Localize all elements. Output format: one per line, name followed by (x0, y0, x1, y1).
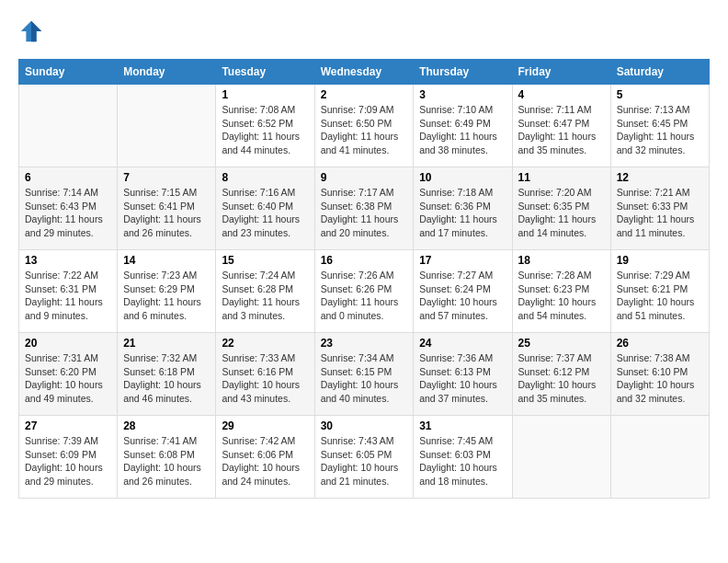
day-number: 18 (518, 254, 605, 267)
day-info: Sunrise: 7:29 AM Sunset: 6:21 PM Dayligh… (617, 269, 703, 323)
day-info: Sunrise: 7:08 AM Sunset: 6:52 PM Dayligh… (222, 103, 308, 157)
day-number: 10 (419, 171, 506, 184)
calendar-cell: 15Sunrise: 7:24 AM Sunset: 6:28 PM Dayli… (216, 250, 314, 333)
weekday-header: Monday (118, 60, 216, 85)
calendar-cell: 7Sunrise: 7:15 AM Sunset: 6:41 PM Daylig… (118, 167, 216, 250)
day-info: Sunrise: 7:41 AM Sunset: 6:08 PM Dayligh… (123, 434, 210, 488)
logo-icon (18, 18, 44, 44)
calendar-cell (118, 85, 216, 167)
day-number: 20 (25, 337, 111, 350)
day-info: Sunrise: 7:10 AM Sunset: 6:49 PM Dayligh… (419, 103, 506, 157)
calendar-cell: 6Sunrise: 7:14 AM Sunset: 6:43 PM Daylig… (19, 167, 118, 250)
calendar-week-row: 20Sunrise: 7:31 AM Sunset: 6:20 PM Dayli… (19, 333, 710, 416)
calendar-cell: 27Sunrise: 7:39 AM Sunset: 6:09 PM Dayli… (19, 416, 118, 499)
calendar-cell: 31Sunrise: 7:45 AM Sunset: 6:03 PM Dayli… (414, 416, 512, 499)
day-info: Sunrise: 7:37 AM Sunset: 6:12 PM Dayligh… (518, 351, 605, 406)
calendar-cell: 1Sunrise: 7:08 AM Sunset: 6:52 PM Daylig… (216, 85, 314, 167)
weekday-header: Sunday (19, 60, 118, 85)
calendar-week-row: 6Sunrise: 7:14 AM Sunset: 6:43 PM Daylig… (19, 167, 710, 250)
day-info: Sunrise: 7:27 AM Sunset: 6:24 PM Dayligh… (419, 269, 506, 323)
day-info: Sunrise: 7:42 AM Sunset: 6:06 PM Dayligh… (222, 434, 308, 488)
calendar-cell: 10Sunrise: 7:18 AM Sunset: 6:36 PM Dayli… (414, 167, 512, 250)
day-number: 16 (321, 254, 408, 267)
day-info: Sunrise: 7:26 AM Sunset: 6:26 PM Dayligh… (321, 269, 408, 323)
day-info: Sunrise: 7:11 AM Sunset: 6:47 PM Dayligh… (518, 103, 605, 157)
day-number: 27 (25, 419, 111, 432)
calendar-cell: 17Sunrise: 7:27 AM Sunset: 6:24 PM Dayli… (414, 250, 512, 333)
calendar-cell: 19Sunrise: 7:29 AM Sunset: 6:21 PM Dayli… (610, 250, 709, 333)
calendar-cell: 9Sunrise: 7:17 AM Sunset: 6:38 PM Daylig… (314, 167, 414, 250)
calendar-cell: 20Sunrise: 7:31 AM Sunset: 6:20 PM Dayli… (19, 333, 118, 416)
calendar-cell: 23Sunrise: 7:34 AM Sunset: 6:15 PM Dayli… (314, 333, 414, 416)
calendar-cell: 29Sunrise: 7:42 AM Sunset: 6:06 PM Dayli… (216, 416, 314, 499)
calendar-cell: 16Sunrise: 7:26 AM Sunset: 6:26 PM Dayli… (314, 250, 414, 333)
weekday-header: Saturday (610, 60, 709, 85)
day-info: Sunrise: 7:21 AM Sunset: 6:33 PM Dayligh… (617, 186, 703, 240)
day-number: 7 (123, 171, 210, 184)
calendar-cell: 14Sunrise: 7:23 AM Sunset: 6:29 PM Dayli… (118, 250, 216, 333)
calendar-cell: 3Sunrise: 7:10 AM Sunset: 6:49 PM Daylig… (414, 85, 512, 167)
day-info: Sunrise: 7:16 AM Sunset: 6:40 PM Dayligh… (222, 186, 308, 240)
calendar-cell: 21Sunrise: 7:32 AM Sunset: 6:18 PM Dayli… (118, 333, 216, 416)
day-number: 25 (518, 337, 605, 350)
day-info: Sunrise: 7:31 AM Sunset: 6:20 PM Dayligh… (25, 351, 111, 406)
day-number: 23 (321, 337, 408, 350)
calendar-cell: 28Sunrise: 7:41 AM Sunset: 6:08 PM Dayli… (118, 416, 216, 499)
day-number: 1 (222, 88, 308, 101)
day-info: Sunrise: 7:14 AM Sunset: 6:43 PM Dayligh… (25, 186, 111, 240)
day-info: Sunrise: 7:36 AM Sunset: 6:13 PM Dayligh… (419, 351, 506, 406)
weekday-header: Thursday (414, 60, 512, 85)
day-number: 4 (518, 88, 605, 101)
day-info: Sunrise: 7:43 AM Sunset: 6:05 PM Dayligh… (321, 434, 408, 488)
day-info: Sunrise: 7:18 AM Sunset: 6:36 PM Dayligh… (419, 186, 506, 240)
calendar-week-row: 27Sunrise: 7:39 AM Sunset: 6:09 PM Dayli… (19, 416, 710, 499)
day-number: 12 (617, 171, 703, 184)
calendar-cell (610, 416, 709, 499)
day-number: 26 (617, 337, 703, 350)
calendar-cell: 2Sunrise: 7:09 AM Sunset: 6:50 PM Daylig… (314, 85, 414, 167)
calendar-week-row: 13Sunrise: 7:22 AM Sunset: 6:31 PM Dayli… (19, 250, 710, 333)
calendar-cell (19, 85, 118, 167)
calendar-cell: 22Sunrise: 7:33 AM Sunset: 6:16 PM Dayli… (216, 333, 314, 416)
day-number: 14 (123, 254, 210, 267)
day-info: Sunrise: 7:33 AM Sunset: 6:16 PM Dayligh… (222, 351, 308, 406)
day-number: 13 (25, 254, 111, 267)
day-info: Sunrise: 7:23 AM Sunset: 6:29 PM Dayligh… (123, 269, 210, 323)
calendar-cell: 30Sunrise: 7:43 AM Sunset: 6:05 PM Dayli… (314, 416, 414, 499)
day-number: 5 (617, 88, 703, 101)
day-number: 28 (123, 419, 210, 432)
day-number: 21 (123, 337, 210, 350)
weekday-header: Tuesday (216, 60, 314, 85)
day-number: 3 (419, 88, 506, 101)
svg-marker-1 (31, 21, 41, 41)
day-number: 6 (25, 171, 111, 184)
day-number: 24 (419, 337, 506, 350)
day-number: 15 (222, 254, 308, 267)
day-number: 8 (222, 171, 308, 184)
day-number: 31 (419, 419, 506, 432)
calendar-cell: 5Sunrise: 7:13 AM Sunset: 6:45 PM Daylig… (610, 85, 709, 167)
day-number: 17 (419, 254, 506, 267)
day-info: Sunrise: 7:09 AM Sunset: 6:50 PM Dayligh… (321, 103, 408, 157)
logo (18, 18, 48, 44)
day-info: Sunrise: 7:13 AM Sunset: 6:45 PM Dayligh… (617, 103, 703, 157)
day-info: Sunrise: 7:17 AM Sunset: 6:38 PM Dayligh… (321, 186, 408, 240)
day-info: Sunrise: 7:45 AM Sunset: 6:03 PM Dayligh… (419, 434, 506, 488)
day-number: 2 (321, 88, 408, 101)
calendar-cell (512, 416, 610, 499)
calendar-cell: 8Sunrise: 7:16 AM Sunset: 6:40 PM Daylig… (216, 167, 314, 250)
calendar-cell: 25Sunrise: 7:37 AM Sunset: 6:12 PM Dayli… (512, 333, 610, 416)
day-info: Sunrise: 7:22 AM Sunset: 6:31 PM Dayligh… (25, 269, 111, 323)
calendar-cell: 13Sunrise: 7:22 AM Sunset: 6:31 PM Dayli… (19, 250, 118, 333)
day-info: Sunrise: 7:39 AM Sunset: 6:09 PM Dayligh… (25, 434, 111, 488)
day-number: 22 (222, 337, 308, 350)
day-number: 29 (222, 419, 308, 432)
calendar-cell: 4Sunrise: 7:11 AM Sunset: 6:47 PM Daylig… (512, 85, 610, 167)
day-info: Sunrise: 7:24 AM Sunset: 6:28 PM Dayligh… (222, 269, 308, 323)
day-info: Sunrise: 7:32 AM Sunset: 6:18 PM Dayligh… (123, 351, 210, 406)
day-number: 11 (518, 171, 605, 184)
calendar-cell: 24Sunrise: 7:36 AM Sunset: 6:13 PM Dayli… (414, 333, 512, 416)
calendar-cell: 26Sunrise: 7:38 AM Sunset: 6:10 PM Dayli… (610, 333, 709, 416)
day-number: 19 (617, 254, 703, 267)
calendar-cell: 18Sunrise: 7:28 AM Sunset: 6:23 PM Dayli… (512, 250, 610, 333)
